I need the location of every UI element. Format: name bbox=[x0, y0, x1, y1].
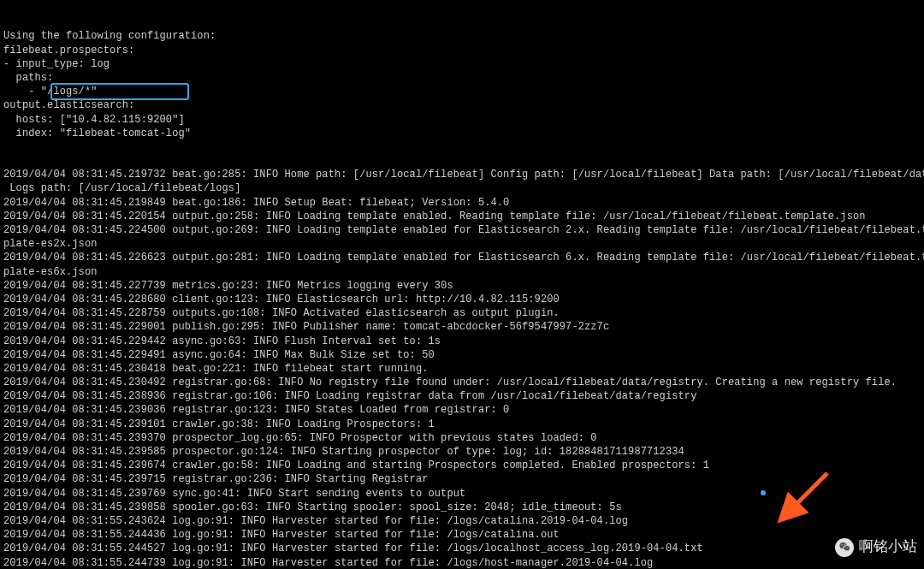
log-line: 2019/04/04 08:31:45.219849 beat.go:186: … bbox=[3, 196, 921, 210]
log-line: plate-es6x.json bbox=[3, 265, 921, 279]
log-line: 2019/04/04 08:31:45.230492 registrar.go:… bbox=[3, 376, 921, 389]
config-line: - "/logs/*" bbox=[3, 85, 921, 98]
log-line: 2019/04/04 08:31:45.239769 sync.go:41: I… bbox=[3, 487, 921, 501]
log-line: plate-es2x.json bbox=[3, 237, 921, 251]
log-line: 2019/04/04 08:31:45.224500 output.go:269… bbox=[3, 223, 921, 237]
config-line: filebeat.prospectors: bbox=[3, 44, 921, 57]
log-line: 2019/04/04 08:31:45.238936 registrar.go:… bbox=[3, 389, 921, 403]
log-line: 2019/04/04 08:31:45.239715 registrar.go:… bbox=[3, 472, 921, 486]
log-line: 2019/04/04 08:31:45.229001 publish.go:29… bbox=[3, 320, 921, 334]
watermark: 啊铭小站 bbox=[835, 537, 917, 557]
config-line: paths: bbox=[3, 71, 921, 85]
log-line: 2019/04/04 08:31:45.239370 prospector_lo… bbox=[3, 431, 921, 445]
log-line: 2019/04/04 08:31:45.228759 outputs.go:10… bbox=[3, 306, 921, 320]
log-line: 2019/04/04 08:31:45.228680 client.go:123… bbox=[3, 293, 921, 306]
log-line: 2019/04/04 08:31:45.220154 output.go:258… bbox=[3, 210, 921, 223]
watermark-text: 啊铭小站 bbox=[859, 537, 917, 557]
log-line: 2019/04/04 08:31:55.244527 log.go:91: IN… bbox=[3, 542, 921, 555]
wechat-icon bbox=[835, 538, 854, 557]
terminal-output: Using the following configuration:filebe… bbox=[0, 0, 924, 569]
log-line: Logs path: [/usr/local/filebeat/logs] bbox=[3, 181, 921, 195]
log-line: 2019/04/04 08:31:45.229491 async.go:64: … bbox=[3, 348, 921, 362]
config-line: index: "filebeat-tomcat-log" bbox=[3, 127, 921, 140]
config-line: hosts: ["10.4.82.115:9200"] bbox=[3, 113, 921, 127]
log-line: 2019/04/04 08:31:55.244436 log.go:91: IN… bbox=[3, 528, 921, 542]
log-line: 2019/04/04 08:31:45.239585 prospector.go… bbox=[3, 445, 921, 459]
config-line: output.elasticsearch: bbox=[3, 98, 921, 112]
log-line: 2019/04/04 08:31:45.226623 output.go:281… bbox=[3, 251, 921, 264]
log-line: 2019/04/04 08:31:45.227739 metrics.go:23… bbox=[3, 279, 921, 293]
log-line: 2019/04/04 08:31:45.239036 registrar.go:… bbox=[3, 403, 921, 417]
log-line: 2019/04/04 08:31:45.239858 spooler.go:63… bbox=[3, 501, 921, 514]
log-line: 2019/04/04 08:31:45.239101 crawler.go:38… bbox=[3, 418, 921, 431]
log-line: 2019/04/04 08:31:45.239674 crawler.go:58… bbox=[3, 459, 921, 472]
log-line: 2019/04/04 08:31:45.229442 async.go:63: … bbox=[3, 335, 921, 348]
config-line: Using the following configuration: bbox=[3, 29, 921, 43]
config-line: - input_type: log bbox=[3, 57, 921, 71]
log-line: 2019/04/04 08:31:45.219732 beat.go:285: … bbox=[3, 168, 921, 181]
log-line: 2019/04/04 08:31:55.243624 log.go:91: IN… bbox=[3, 514, 921, 528]
log-line: 2019/04/04 08:31:45.230418 beat.go:221: … bbox=[3, 362, 921, 376]
log-line: 2019/04/04 08:31:55.244739 log.go:91: IN… bbox=[3, 556, 921, 570]
